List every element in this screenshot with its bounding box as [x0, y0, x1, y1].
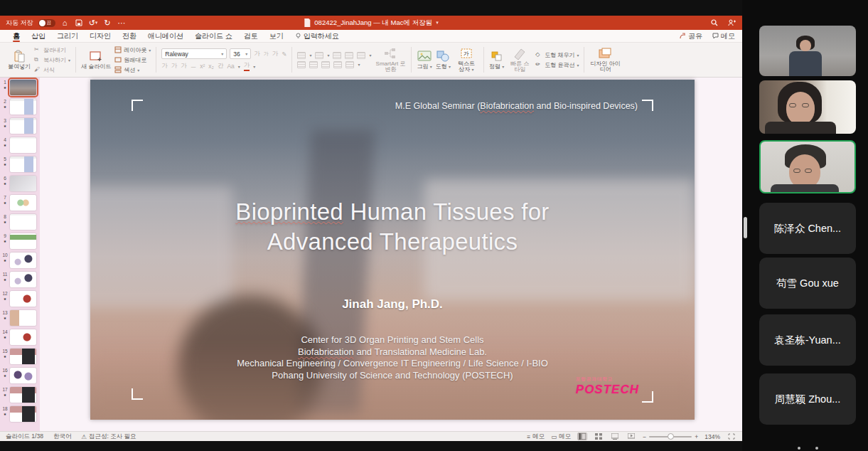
zoom-out-icon[interactable]: − — [643, 433, 646, 440]
picture-button[interactable]: 그림 ▾ — [417, 50, 432, 70]
font-format-group[interactable]: 가가가ㅡx²x₂간Aa▾가▾ — [161, 61, 286, 71]
cut-button[interactable]: ✂잘라내기 — [34, 46, 70, 54]
ribbon: 붙여넣기 ✂잘라내기 ⧉복사하기 ▾ 🖌서식 새 슬라이드 레이아웃 ▾ 원래대… — [0, 43, 742, 78]
search-icon[interactable] — [709, 18, 719, 28]
slide-sorter-view-button[interactable] — [594, 433, 604, 440]
slide-thumbnail-16[interactable] — [10, 368, 36, 383]
tab-review[interactable]: 검토 — [238, 30, 264, 42]
slide-number: 10 — [2, 253, 7, 258]
slide-thumbnail-9[interactable] — [10, 233, 36, 249]
slide-thumbnail-17[interactable] — [10, 387, 36, 403]
slide-thumbnail-13[interactable] — [10, 310, 36, 326]
share-user-icon[interactable] — [727, 18, 736, 28]
reading-view-button[interactable] — [610, 433, 620, 440]
slide-thumbnail-5[interactable] — [10, 156, 36, 172]
slide-thumbnail-12[interactable] — [10, 291, 36, 307]
slide-thumbnail-2[interactable] — [10, 99, 36, 115]
notes-toggle[interactable]: ≡메모 — [527, 433, 545, 441]
slide-number: 14 — [2, 329, 7, 335]
save-icon[interactable] — [75, 18, 84, 28]
slide-thumbnail-7[interactable] — [10, 195, 36, 211]
home-icon[interactable]: ⌂ — [60, 18, 70, 28]
paragraph-align-group[interactable]: ▾ — [297, 61, 371, 68]
slide-1-title-slide[interactable]: M.E Global Seminar (Biofabrication and B… — [90, 80, 695, 420]
smartart-convert-button[interactable]: SmartArt 로 변환 — [375, 47, 406, 73]
font-name-select[interactable]: Raleway▾ — [161, 48, 227, 59]
shapes-button[interactable]: 도형 ▾ — [436, 50, 451, 70]
font-name-value: Raleway — [165, 51, 188, 58]
font-size-select[interactable]: 36▾ — [230, 48, 251, 59]
slide-thumbnail-11[interactable] — [10, 272, 36, 287]
participant-name-tile[interactable]: 苟雪 Gou xue — [759, 258, 856, 309]
animation-star-icon: ★ — [4, 181, 6, 186]
new-slide-button[interactable]: 새 슬라이드 — [81, 50, 111, 70]
format-painter-button[interactable]: 🖌서식 — [34, 66, 70, 74]
shape-fill-button[interactable]: ◇도형 채우기 ▾ — [535, 51, 579, 59]
title-chevron-icon[interactable]: ▾ — [436, 20, 439, 26]
slide-thumbnail-8[interactable] — [10, 214, 36, 230]
video-tile-1[interactable] — [759, 26, 856, 76]
participant-name-tile[interactable]: 陈泽众 Chen... — [759, 203, 856, 254]
tab-tellme[interactable]: 입력하세요 — [289, 30, 345, 42]
comments-toggle[interactable]: ▭메모 — [551, 433, 571, 441]
reset-button[interactable]: 원래대로 — [114, 56, 151, 64]
share-button[interactable]: 공유 — [680, 31, 702, 41]
shape-outline-button[interactable]: ✏도형 윤곽선 ▾ — [535, 61, 579, 69]
share-label: 공유 — [688, 31, 702, 41]
animation-star-icon: ★ — [4, 239, 6, 243]
comments-button[interactable]: 메모 — [712, 31, 735, 41]
participant-name-tile[interactable]: 周慧颖 Zhou... — [759, 373, 856, 425]
tab-animations[interactable]: 애니메이션 — [142, 30, 189, 42]
slide-thumbnail-14[interactable] — [10, 329, 36, 345]
zoom-in-icon[interactable]: + — [695, 433, 698, 440]
slideshow-view-button[interactable] — [626, 433, 636, 440]
paragraph-list-group[interactable]: ▾ ▾ ▾ — [297, 52, 371, 59]
slide-thumbnail-3[interactable] — [10, 118, 36, 134]
document-title[interactable]: 082422_JinahJang — 내 Mac에 저장됨 — [314, 18, 432, 28]
font-size-value: 36 — [233, 51, 240, 58]
font-grow-shrink-group[interactable]: 가가가✎ — [254, 50, 286, 58]
slide-thumbnail-1[interactable] — [10, 80, 36, 95]
tab-draw[interactable]: 그리기 — [51, 30, 84, 42]
panel-scroll-handle[interactable] — [744, 217, 747, 238]
tab-view[interactable]: 보기 — [264, 30, 289, 42]
section-button[interactable]: 섹션 ▾ — [114, 66, 151, 74]
slide-meta: 15★ — [0, 349, 10, 359]
copy-button[interactable]: ⧉복사하기 ▾ — [34, 56, 70, 64]
language-indicator[interactable]: 한국어 — [53, 433, 72, 441]
design-ideas-button[interactable]: 디자인 아이디어 — [589, 47, 621, 73]
more-commands-icon[interactable]: ⋯ — [117, 18, 127, 28]
slide-thumbnail-10[interactable] — [10, 253, 36, 268]
arrange-button[interactable]: 정렬 ▾ — [489, 50, 504, 70]
shapes-label: 도형 — [436, 63, 447, 70]
zoom-slider[interactable]: − + — [643, 433, 698, 440]
video-tile-2[interactable] — [759, 80, 856, 134]
textbox-button[interactable]: 가 텍스트 상자 ▾ — [454, 47, 478, 73]
zoom-track[interactable] — [649, 436, 692, 437]
tab-insert[interactable]: 삽입 — [26, 30, 51, 42]
zoom-percentage[interactable]: 134% — [704, 433, 720, 440]
accessibility-status[interactable]: ⚠접근성: 조사 필요 — [81, 433, 136, 441]
participant-body — [789, 51, 822, 76]
slide-thumbnail-18[interactable] — [10, 406, 36, 422]
quick-styles-button[interactable]: 빠른 스타일 — [508, 47, 532, 73]
tab-home[interactable]: 홈 — [7, 30, 26, 42]
comments-label: 메모 — [721, 31, 735, 41]
undo-button[interactable]: ↺▾ — [89, 18, 98, 28]
slide-thumbnail-6[interactable] — [10, 176, 36, 191]
slide-thumbnail-row: 7★ — [0, 195, 40, 211]
tab-slideshow[interactable]: 슬라이드 쇼 — [189, 30, 238, 42]
participant-name-tile[interactable]: 袁圣栋-Yuan... — [759, 314, 856, 366]
fit-slide-button[interactable] — [727, 433, 736, 440]
autosave-toggle[interactable]: 끔 — [38, 19, 55, 27]
normal-view-button[interactable] — [577, 433, 587, 440]
zoom-knob[interactable] — [668, 433, 674, 440]
tab-design[interactable]: 디자인 — [84, 30, 117, 42]
slide-thumbnail-4[interactable] — [10, 137, 36, 153]
layout-button[interactable]: 레이아웃 ▾ — [114, 46, 151, 54]
tab-transitions[interactable]: 전환 — [117, 30, 142, 42]
slide-thumbnail-15[interactable] — [10, 349, 36, 364]
video-tile-3-active-speaker[interactable] — [759, 140, 856, 193]
paste-button[interactable]: 붙여넣기 — [8, 50, 31, 70]
redo-button[interactable]: ↻ — [103, 18, 112, 28]
